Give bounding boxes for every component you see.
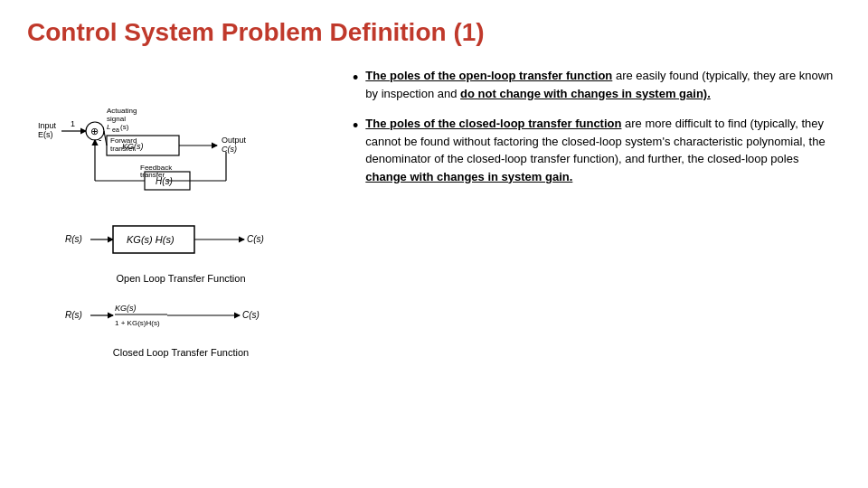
svg-text:R(s): R(s) — [65, 234, 82, 244]
open-loop-container: R(s) KG(s) H(s) C(s) Op — [63, 217, 298, 284]
svg-text:KG(s) H(s): KG(s) H(s) — [127, 234, 175, 245]
svg-text:⊕: ⊕ — [90, 126, 99, 136]
page-title: Control System Problem Definition (1) — [27, 18, 841, 47]
svg-text:-: - — [99, 135, 101, 145]
bullet-dot-2: • — [353, 115, 358, 137]
page: Control System Problem Definition (1) In… — [0, 0, 868, 488]
bullet-1: • The poles of the open-loop transfer fu… — [353, 67, 841, 102]
svg-text:L: L — [107, 123, 110, 131]
bullet1-underline2: do not change with changes in system gai… — [460, 87, 711, 100]
bullet2-underline2: change with changes in system gain. — [365, 170, 572, 183]
svg-text:C(s): C(s) — [247, 234, 264, 244]
svg-text:KG(s): KG(s) — [115, 304, 137, 313]
left-column: Input E(s) 1 ⊕ Actuating signal L ea (s) — [27, 63, 335, 470]
svg-text:C(s): C(s) — [242, 310, 259, 320]
svg-text:Input: Input — [38, 121, 57, 130]
svg-text:E(s): E(s) — [38, 130, 53, 139]
svg-text:ea: ea — [112, 127, 119, 133]
bullet-text-2: The poles of the closed-loop transfer fu… — [365, 115, 841, 185]
svg-text:1 + KG(s)H(s): 1 + KG(s)H(s) — [115, 319, 160, 327]
closed-loop-label: Closed Loop Transfer Function — [113, 347, 249, 358]
svg-text:R(s): R(s) — [65, 310, 82, 320]
svg-text:1: 1 — [71, 119, 75, 128]
svg-text:Output: Output — [222, 136, 247, 145]
svg-text:transfer: transfer — [140, 171, 165, 179]
bullet2-underline1: The poles of the closed-loop transfer fu… — [365, 117, 621, 130]
feedback-block-diagram: Input E(s) 1 ⊕ Actuating signal L ea (s) — [36, 63, 326, 208]
bullet1-underline1: The poles of the open-loop transfer func… — [365, 69, 612, 82]
closed-loop-container: R(s) KG(s) 1 + KG(s)H(s) C(s) — [63, 298, 298, 358]
svg-text:(s): (s) — [120, 123, 129, 131]
open-loop-label: Open Loop Transfer Function — [116, 273, 245, 284]
bullet-dot-1: • — [353, 67, 358, 89]
content-row: Input E(s) 1 ⊕ Actuating signal L ea (s) — [27, 63, 841, 470]
bullet-2: • The poles of the closed-loop transfer … — [353, 115, 841, 185]
svg-text:KG(s): KG(s) — [122, 142, 144, 151]
svg-text:C(s): C(s) — [222, 145, 237, 154]
svg-text:signal: signal — [107, 115, 126, 123]
bullet-text-1: The poles of the open-loop transfer func… — [365, 67, 841, 102]
svg-text:Actuating: Actuating — [107, 107, 137, 115]
right-column: • The poles of the open-loop transfer fu… — [353, 63, 841, 470]
